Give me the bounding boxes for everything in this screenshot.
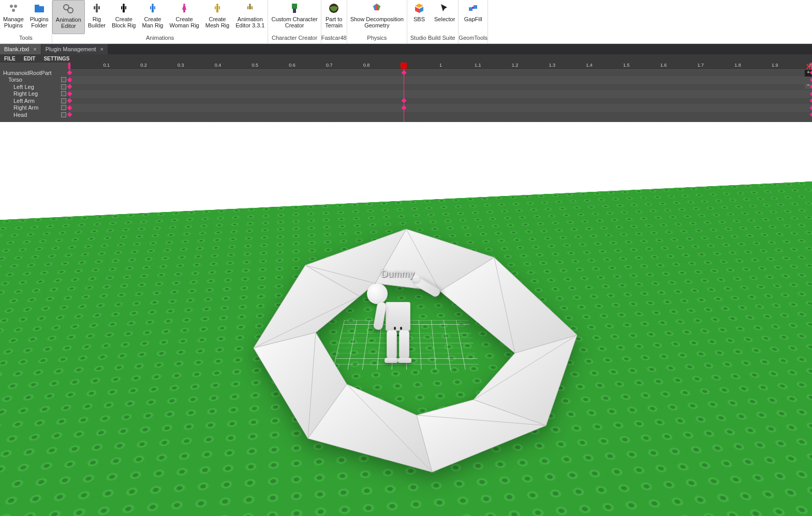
timeline-tracks[interactable]: + - = xyxy=(69,69,812,122)
ruler-tick: 1.5 xyxy=(623,63,630,68)
tree-item-checkbox[interactable] xyxy=(61,105,66,110)
document-tab[interactable]: Blank.rbxl× xyxy=(0,44,41,54)
anim-menu-item[interactable]: SETTINGS xyxy=(39,56,73,62)
close-animation-editor-button[interactable]: X xyxy=(806,63,811,71)
svg-rect-8 xyxy=(96,6,98,9)
ruler-tick: 0.2 xyxy=(140,63,147,68)
svg-rect-11 xyxy=(96,9,97,12)
svg-point-0 xyxy=(10,5,13,8)
tab-close-icon[interactable]: × xyxy=(100,46,104,52)
svg-rect-36 xyxy=(247,6,248,9)
timeline-ruler[interactable]: 00.10.20.30.40.50.60.70.80.911.11.21.31.… xyxy=(69,63,812,69)
sbs-button[interactable]: SBS xyxy=(407,0,431,34)
track-lane[interactable] xyxy=(69,69,812,77)
plugins-folder-button[interactable]: PluginsFolder xyxy=(27,0,52,34)
manage-plugins-button[interactable]: ManagePlugins xyxy=(0,0,27,34)
ribbon-button-label: AnimationEditor 3.3.1 xyxy=(235,16,264,28)
ribbon-section-label: Character Creator xyxy=(268,34,320,43)
part-to-terrain-button[interactable]: Part toTerrain xyxy=(322,0,346,34)
viewport-3d[interactable]: Dummy xyxy=(0,122,812,516)
tree-row[interactable]: Head xyxy=(0,111,69,118)
svg-rect-31 xyxy=(219,6,220,9)
head xyxy=(367,283,388,304)
create-block-rig-button[interactable]: CreateBlock Rig xyxy=(109,0,139,34)
svg-rect-9 xyxy=(94,6,95,9)
ruler-tick: 1.2 xyxy=(512,63,519,68)
animation-editor-331-button[interactable]: AnimationEditor 3.3.1 xyxy=(232,0,268,34)
custom-character-creator-button[interactable]: Custom CharacterCreator xyxy=(268,0,320,34)
scrubber-head[interactable] xyxy=(401,63,407,69)
gapfill-button[interactable]: GapFill xyxy=(461,0,485,34)
svg-rect-42 xyxy=(474,5,477,9)
track-lane[interactable] xyxy=(69,97,812,104)
tree-row[interactable]: Torso xyxy=(0,77,69,84)
ruler-tick: 0.7 xyxy=(326,63,333,68)
ruler-tick: 1 xyxy=(439,63,442,68)
tree-item-checkbox[interactable] xyxy=(61,91,66,96)
create-man-rig-button[interactable]: CreateMan Rig xyxy=(139,0,166,34)
track-lane[interactable] xyxy=(69,77,812,84)
create-woman-rig-button[interactable]: CreateWoman Rig xyxy=(166,0,202,34)
ruler-tick: 0.4 xyxy=(215,63,222,68)
track-lane[interactable] xyxy=(69,111,812,118)
create-mesh-rig-icon xyxy=(211,2,224,14)
document-tab[interactable]: Plugin Management× xyxy=(41,44,108,54)
tree-row[interactable]: Right Leg xyxy=(0,90,69,98)
svg-rect-27 xyxy=(184,10,185,12)
svg-rect-29 xyxy=(216,6,218,9)
rig-builder-icon xyxy=(91,2,103,14)
rig-builder-button[interactable]: RigBuilder xyxy=(85,0,109,34)
ribbon-section-label: Fastcar48 xyxy=(321,34,347,43)
track-lane[interactable] xyxy=(69,90,812,98)
ribbon-button-label: Show DecompositionGeometry xyxy=(350,16,404,28)
ribbon-button-label: AnimationEditor xyxy=(56,17,81,29)
svg-rect-15 xyxy=(121,6,122,9)
character-dummy[interactable]: Dummy xyxy=(367,283,429,387)
ribbon-group: Show DecompositionGeometryPhysics xyxy=(347,0,407,43)
tree-item-checkbox[interactable] xyxy=(61,98,66,103)
tree-item-checkbox[interactable] xyxy=(61,84,66,89)
horizon-fog xyxy=(0,122,812,153)
ribbon-button-label: ManagePlugins xyxy=(3,16,24,28)
left-foot xyxy=(385,358,398,363)
svg-rect-4 xyxy=(35,5,39,7)
svg-point-34 xyxy=(249,4,251,6)
svg-rect-22 xyxy=(154,6,155,9)
svg-rect-14 xyxy=(123,6,125,9)
tree-row[interactable]: Right Arm xyxy=(0,104,69,112)
anim-menu-item[interactable]: FILE xyxy=(0,56,20,62)
gapfill-icon xyxy=(467,2,479,14)
tree-item-checkbox[interactable] xyxy=(61,77,66,82)
track-lane[interactable] xyxy=(69,83,812,90)
custom-character-creator-icon xyxy=(288,2,301,14)
svg-rect-10 xyxy=(98,6,100,9)
tree-item-label: Head xyxy=(0,112,61,118)
ribbon-button-label: RigBuilder xyxy=(88,16,106,28)
svg-rect-39 xyxy=(293,9,296,13)
track-lane[interactable] xyxy=(69,104,812,112)
svg-rect-23 xyxy=(152,9,153,12)
anim-menu-item[interactable]: EDIT xyxy=(20,56,40,62)
ribbon-section-label: Physics xyxy=(347,34,407,43)
svg-rect-37 xyxy=(252,6,253,9)
selector-button[interactable]: Selector xyxy=(431,0,458,34)
tree-row[interactable]: Left Arm xyxy=(0,97,69,104)
tree-row[interactable]: HumanoidRootPart xyxy=(0,69,69,77)
tree-item-checkbox[interactable] xyxy=(61,112,66,117)
svg-point-25 xyxy=(183,4,185,6)
tab-close-icon[interactable]: × xyxy=(33,46,36,52)
tree-row[interactable]: Left Leg xyxy=(0,83,69,90)
tree-item-label: Left Arm xyxy=(0,98,61,104)
svg-rect-33 xyxy=(217,9,218,12)
create-mesh-rig-button[interactable]: CreateMesh Rig xyxy=(202,0,232,34)
create-woman-rig-icon xyxy=(178,2,190,14)
animation-editor-button[interactable]: AnimationEditor xyxy=(52,0,85,34)
svg-rect-35 xyxy=(249,6,251,9)
svg-point-28 xyxy=(216,4,218,6)
ruler-end-marker xyxy=(68,63,70,69)
animation-editor-331-icon xyxy=(244,2,256,14)
svg-rect-17 xyxy=(123,9,124,12)
animation-editor-icon xyxy=(62,3,75,15)
show-decomposition-geometry-button[interactable]: Show DecompositionGeometry xyxy=(347,0,407,34)
manage-plugins-icon xyxy=(7,2,20,14)
